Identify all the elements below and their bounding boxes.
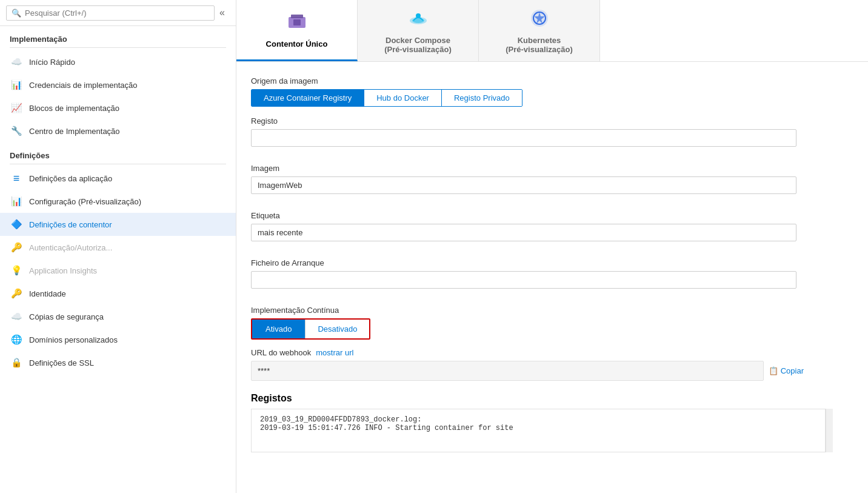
tab-docker-compose-label: Docker Compose (Pré-visualização) [384, 36, 452, 54]
auth-icon: 🔑 [10, 241, 23, 254]
sidebar-item-label: Início Rápido [29, 58, 75, 67]
sidebar-item-definicoes-contentor[interactable]: 🔷 Definições de contentor [0, 213, 236, 236]
credentials-icon: 📊 [10, 78, 23, 92]
sidebar-item-label: Centro de Implementação [29, 127, 120, 136]
webhook-input [251, 361, 764, 381]
copy-button[interactable]: 📋 Copiar [764, 364, 809, 378]
insights-icon: 💡 [10, 264, 23, 277]
log-line-1: 2019_03_19_RD0004FFDD7893_docker.log: [260, 415, 816, 424]
log-box: 2019_03_19_RD0004FFDD7893_docker.log: 20… [251, 409, 826, 452]
settings-app-icon: ≡ [10, 172, 23, 185]
sidebar-item-label: Domínios personalizados [29, 335, 118, 344]
sidebar: 🔍 « Implementação ☁️ Início Rápido 📊 Cre… [0, 0, 236, 493]
sidebar-item-label: Configuração (Pré-visualização) [29, 197, 141, 206]
svg-point-5 [416, 13, 421, 18]
sidebar-item-label: Autenticação/Autoriza... [29, 243, 112, 252]
content-area: Origem da imagem Azure Container Registr… [236, 62, 868, 493]
toggle-hub-docker[interactable]: Hub do Docker [364, 90, 442, 106]
section-divider-definicoes [10, 164, 226, 164]
sidebar-item-inicio-rapido[interactable]: ☁️ Início Rápido [0, 50, 236, 73]
imagem-input[interactable] [251, 176, 796, 194]
sidebar-item-autenticacao: 🔑 Autenticação/Autoriza... [0, 236, 236, 259]
tab-contentor-unico-label: Contentor Único [266, 39, 328, 49]
search-icon: 🔍 [12, 8, 21, 18]
sidebar-item-definicoes-ssl[interactable]: 🔒 Definições de SSL [0, 351, 236, 374]
sidebar-item-copias-seguranca[interactable]: ☁️ Cópias de segurança [0, 305, 236, 328]
docker-compose-icon [407, 7, 429, 33]
sidebar-item-centro-implementacao[interactable]: 🔧 Centro de Implementação [0, 119, 236, 143]
ficheiro-arranque-input[interactable] [251, 271, 796, 289]
sidebar-item-label: Blocos de implementação [29, 104, 119, 113]
copy-icon: 📋 [769, 366, 778, 375]
identity-icon: 🔑 [10, 287, 23, 300]
section-label-definicoes: Definições [0, 143, 236, 164]
log-scrollbar[interactable] [826, 409, 833, 452]
tab-docker-compose[interactable]: Docker Compose (Pré-visualização) [358, 0, 479, 61]
sidebar-item-configuracao[interactable]: 📊 Configuração (Pré-visualização) [0, 190, 236, 213]
svg-rect-2 [293, 19, 301, 25]
etiqueta-input[interactable] [251, 224, 796, 241]
registos-label: Registos [251, 393, 853, 404]
config-icon: 📊 [10, 195, 23, 208]
toggle-azure-container-registry[interactable]: Azure Container Registry [252, 90, 364, 106]
search-box[interactable]: 🔍 [6, 5, 215, 21]
imagem-label: Imagem [251, 164, 853, 173]
sidebar-item-definicoes-aplicacao[interactable]: ≡ Definições da aplicação [0, 167, 236, 190]
copy-label: Copiar [781, 366, 804, 375]
sidebar-item-identidade[interactable]: 🔑 Identidade [0, 282, 236, 305]
section-label-implementacao: Implementação [0, 26, 236, 47]
webhook-row: URL do webhook mostrar url [251, 348, 853, 357]
toggle-registo-privado[interactable]: Registo Privado [442, 90, 522, 106]
ssl-icon: 🔒 [10, 356, 23, 369]
log-line-2: 2019-03-19 15:01:47.726 INFO - Starting … [260, 424, 816, 432]
tab-kubernetes[interactable]: Kubernetes (Pré-visualização) [479, 0, 600, 61]
tabs-bar: Contentor Único Docker Compose (Pré-visu… [236, 0, 868, 62]
tab-contentor-unico[interactable]: Contentor Único [236, 0, 358, 61]
sidebar-item-credenciais-implementacao[interactable]: 📊 Credenciais de implementação [0, 73, 236, 96]
registo-label: Registo [251, 116, 853, 126]
origin-label: Origem da imagem [251, 76, 853, 86]
webhook-label: URL do webhook [251, 348, 311, 357]
sidebar-item-label: Definições da aplicação [29, 174, 112, 183]
cloud-icon: ☁️ [10, 55, 23, 69]
sidebar-item-label: Credenciais de implementação [29, 81, 137, 90]
tab-kubernetes-label: Kubernetes (Pré-visualização) [506, 36, 573, 54]
sidebar-item-label: Application Insights [29, 266, 97, 275]
sidebar-item-label: Identidade [29, 289, 66, 298]
main-area: Contentor Único Docker Compose (Pré-visu… [236, 0, 868, 493]
backup-icon: ☁️ [10, 310, 23, 323]
sidebar-item-application-insights: 💡 Application Insights [0, 259, 236, 282]
svg-rect-1 [291, 15, 303, 18]
registo-input[interactable] [251, 129, 796, 147]
webhook-show-url-link[interactable]: mostrar url [316, 348, 353, 357]
sidebar-header: 🔍 « [0, 0, 236, 26]
sidebar-item-label: Definições de SSL [29, 358, 94, 367]
sidebar-item-blocos-implementacao[interactable]: 📈 Blocos de implementação [0, 96, 236, 119]
deploy-toggle-group: Ativado Desativado [251, 318, 370, 340]
implementacao-continua-label: Implementação Contínua [251, 306, 853, 315]
etiqueta-label: Etiqueta [251, 211, 853, 220]
collapse-sidebar-button[interactable]: « [215, 5, 230, 21]
section-divider-implementacao [10, 47, 226, 48]
blocks-icon: 📈 [10, 101, 23, 115]
deploy-ativado-button[interactable]: Ativado [252, 320, 305, 338]
search-input[interactable] [25, 8, 209, 18]
domain-icon: 🌐 [10, 333, 23, 346]
sidebar-item-dominios-personalizados[interactable]: 🌐 Domínios personalizados [0, 328, 236, 351]
deploy-desativado-button[interactable]: Desativado [305, 320, 369, 338]
contentor-unico-icon [286, 11, 308, 37]
deployment-center-icon: 🔧 [10, 124, 23, 138]
ficheiro-arranque-label: Ficheiro de Arranque [251, 258, 853, 267]
container-icon: 🔷 [10, 218, 23, 231]
kubernetes-icon [529, 7, 550, 33]
sidebar-item-label: Cópias de segurança [29, 312, 104, 321]
origin-toggle-group: Azure Container Registry Hub do Docker R… [251, 89, 522, 107]
sidebar-item-label: Definições de contentor [29, 220, 112, 229]
